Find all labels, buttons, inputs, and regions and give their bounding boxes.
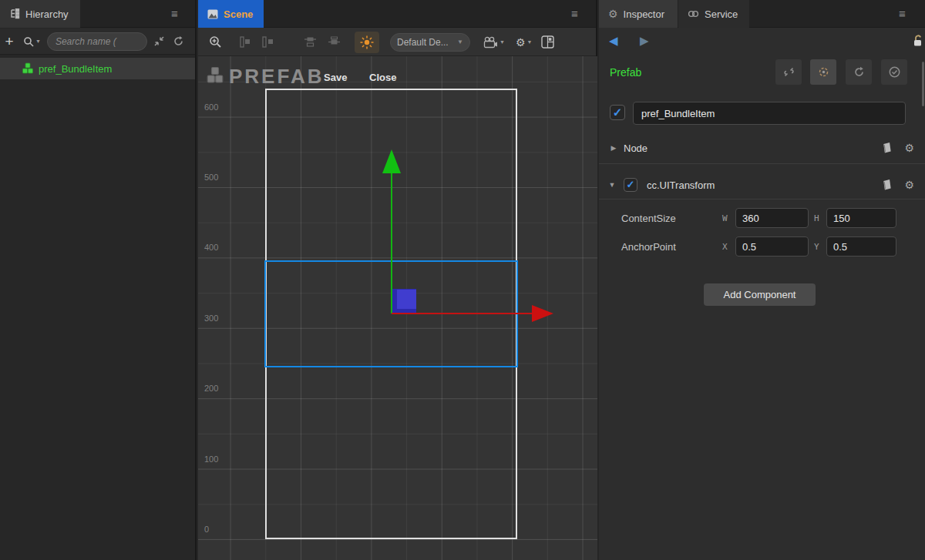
camera-icon	[483, 36, 498, 49]
anchorpoint-label: AnchorPoint	[621, 241, 676, 253]
uitransform-docs-icon[interactable]	[881, 179, 893, 191]
tab-scene-label: Scene	[224, 8, 253, 20]
anchorpoint-x-input[interactable]	[735, 236, 809, 257]
scene-canvas[interactable]: 600 500 400 300 200 100 0 PREFAB Save Cl…	[198, 56, 597, 560]
check-icon: ✓	[627, 179, 635, 190]
node-active-checkbox[interactable]: ✓	[610, 105, 625, 120]
node-section-header[interactable]: ▶ Node ⚙	[599, 136, 925, 160]
cocos-creator-window: Hierarchy ≡ + ▼	[0, 0, 925, 560]
inspector-panel: ⚙ Inspector Service ≡ ◀ ▶ Prefab	[599, 0, 925, 560]
hierarchy-item-pref-bundleitem[interactable]: pref_BundleItem	[0, 58, 195, 79]
refresh-icon[interactable]	[173, 35, 184, 47]
collapse-all-icon[interactable]	[153, 35, 165, 47]
anchorpoint-y-input[interactable]	[826, 236, 896, 257]
check-circle-icon	[888, 65, 901, 79]
search-filter-button[interactable]: ▼	[23, 36, 41, 47]
contentsize-w-tag: W	[722, 213, 728, 223]
contentsize-label: ContentSize	[621, 213, 676, 224]
scene-menu-icon[interactable]: ≡	[571, 6, 578, 22]
prefab-banner-title: PREFAB	[229, 65, 324, 89]
design-resolution-dropdown[interactable]: Default De... ▼	[390, 33, 470, 52]
service-link-icon	[688, 10, 699, 18]
hierarchy-panel: Hierarchy ≡ + ▼	[0, 0, 197, 560]
uitransform-section-header[interactable]: ▼ ✓ cc.UITransform ⚙	[599, 173, 925, 197]
uitransform-caret-icon[interactable]: ▼	[607, 181, 617, 189]
scene-light-toggle[interactable]	[355, 32, 379, 53]
inspector-menu-icon[interactable]: ≡	[899, 6, 906, 22]
align-left-icon[interactable]	[239, 36, 251, 48]
scene-panel: Scene ≡	[198, 0, 597, 560]
node-name-input[interactable]	[633, 102, 906, 125]
sun-icon	[360, 35, 374, 49]
node-docs-icon[interactable]	[881, 142, 893, 154]
ruler-label-200: 200	[204, 384, 218, 393]
nav-back-button[interactable]: ◀	[609, 34, 618, 48]
scene-tabbar: Scene ≡	[198, 0, 596, 28]
gizmo-x-axis[interactable]	[392, 313, 532, 314]
target-icon	[817, 65, 830, 79]
gizmo-y-axis[interactable]	[391, 173, 392, 314]
prefab-cube-icon	[22, 62, 34, 75]
gizmo-anchor-handle-highlight	[397, 290, 416, 309]
section-divider	[599, 163, 925, 164]
tab-inspector[interactable]: ⚙ Inspector	[599, 0, 678, 28]
tab-service[interactable]: Service	[678, 0, 749, 28]
ruler-label-600: 600	[204, 102, 218, 112]
gizmo-x-axis-arrowhead[interactable]	[532, 305, 553, 322]
section-divider	[599, 199, 925, 200]
gizmo-y-axis-arrowhead[interactable]	[382, 149, 401, 173]
uitransform-settings-gear-icon[interactable]: ⚙	[904, 179, 914, 191]
nav-forward-button[interactable]: ▶	[640, 34, 649, 48]
add-component-button[interactable]: Add Component	[704, 283, 816, 306]
prefab-save-button[interactable]: Save	[324, 72, 347, 83]
inspector-gear-icon: ⚙	[608, 8, 618, 20]
tab-service-label: Service	[705, 8, 738, 20]
prefab-apply-button[interactable]	[881, 59, 907, 85]
tab-hierarchy[interactable]: Hierarchy	[0, 0, 80, 28]
gear-icon: ⚙	[516, 36, 526, 49]
prefab-locate-button[interactable]	[810, 59, 836, 85]
tab-inspector-label: Inspector	[624, 8, 664, 20]
prefab-unlink-button[interactable]	[775, 59, 802, 85]
hierarchy-menu-icon[interactable]: ≡	[171, 6, 178, 22]
check-icon: ✓	[613, 106, 623, 119]
camera-menu-button[interactable]: ▼	[483, 36, 505, 49]
unlock-icon[interactable]	[912, 34, 924, 47]
hierarchy-item-label: pref_BundleItem	[39, 63, 112, 75]
ruler-label-500: 500	[204, 173, 218, 182]
hierarchy-tabbar: Hierarchy ≡	[0, 0, 195, 28]
gizmo-settings-button[interactable]: ⚙ ▼	[516, 36, 533, 49]
design-resolution-value: Default De...	[397, 37, 456, 48]
node-settings-gear-icon[interactable]: ⚙	[904, 142, 914, 154]
prefab-reset-button[interactable]	[846, 59, 872, 85]
uitransform-enabled-checkbox[interactable]: ✓	[624, 178, 637, 192]
ruler-label-100: 100	[204, 454, 218, 464]
align-center-h-icon[interactable]	[262, 36, 274, 48]
contentsize-w-input[interactable]	[735, 208, 809, 228]
hierarchy-search-input[interactable]	[47, 32, 147, 51]
unlink-icon	[782, 65, 796, 79]
anchorpoint-x-tag: X	[722, 242, 728, 252]
layout-grid-icon[interactable]	[541, 35, 554, 49]
inspector-scrollbar[interactable]	[922, 62, 924, 106]
gizmo-settings-caret-icon: ▼	[527, 39, 533, 45]
prefab-banner-cube-icon	[206, 66, 224, 85]
contentsize-h-input[interactable]	[826, 208, 896, 228]
dropdown-caret-icon: ▼	[457, 39, 463, 45]
align-middle-icon[interactable]	[328, 36, 341, 48]
node-section-caret-icon[interactable]: ▶	[608, 144, 619, 152]
tab-hierarchy-label: Hierarchy	[25, 8, 69, 20]
scene-picture-icon	[207, 9, 218, 19]
zoom-tool-icon[interactable]	[209, 35, 222, 49]
prefab-close-button[interactable]: Close	[369, 72, 396, 83]
search-icon	[23, 36, 34, 47]
align-top-icon[interactable]	[304, 36, 317, 48]
contentsize-row: ContentSize W H	[599, 206, 925, 230]
gizmo-anchor-handle[interactable]	[392, 289, 416, 314]
create-node-button[interactable]: +	[0, 33, 18, 50]
ruler-label-0: 0	[204, 525, 209, 534]
scene-toolbar: Default De... ▼ ▼ ⚙ ▼	[198, 29, 596, 56]
prefab-asset-label: Prefab	[610, 66, 641, 79]
reset-icon	[853, 65, 866, 79]
tab-scene[interactable]: Scene	[198, 0, 264, 28]
